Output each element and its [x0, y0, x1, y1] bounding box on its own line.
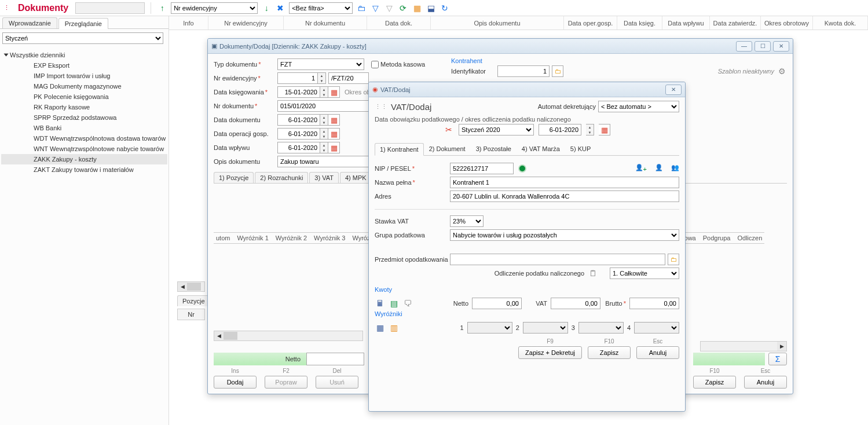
tab-dokument[interactable]: 2) Dokument [424, 142, 471, 155]
close-button[interactable]: ✕ [665, 85, 682, 95]
drag-handle-icon[interactable]: ⋮⋮ [375, 103, 387, 111]
month-select[interactable]: Styczeń [2, 32, 163, 44]
filter-combo[interactable]: <Bez filtra> [289, 2, 353, 14]
refresh-icon[interactable]: ⟳ [398, 3, 408, 13]
hscroll-left[interactable]: ◀ [177, 281, 205, 292]
folder-icon[interactable]: 🗀 [552, 65, 563, 77]
ident-input[interactable] [497, 65, 550, 77]
datadok-input[interactable] [277, 114, 320, 126]
reload-icon[interactable]: ↻ [440, 3, 450, 13]
odlicz-combo[interactable]: 1. Całkowite [610, 268, 679, 279]
col-dataz[interactable]: Data zatwierdz. [710, 16, 761, 30]
tab-kontrahent[interactable]: 1) Kontrahent [375, 143, 424, 156]
funnel-clear-icon[interactable]: ▽ [384, 3, 394, 13]
przedmiot-input[interactable] [450, 254, 665, 265]
datadok-spinner[interactable]: ▲▼ [320, 114, 328, 126]
comment-icon[interactable]: 🗨 [402, 298, 413, 309]
vat-input[interactable] [551, 298, 600, 309]
datawp-spinner[interactable]: ▲▼ [320, 142, 328, 153]
sub-hscroll-right[interactable]: ▶ [700, 341, 787, 351]
tree-item[interactable]: WB Banki [1, 123, 167, 133]
tab-rozrachunki[interactable]: 2) Rozrachunki [255, 172, 308, 183]
adres-input[interactable] [450, 190, 679, 202]
tab-vat[interactable]: 3) VAT [309, 172, 339, 183]
lower-tab-pozycje[interactable]: Pozycje [177, 295, 210, 306]
calendar-icon[interactable]: ▦ [328, 114, 340, 126]
funnel-icon[interactable]: ▽ [370, 3, 380, 13]
filter-pin-icon[interactable]: ✖ [275, 3, 285, 13]
stawka-combo[interactable]: 23% [450, 215, 484, 227]
tree-item[interactable]: EXP Eksport [1, 60, 167, 71]
popraw-button[interactable]: Popraw [265, 376, 307, 389]
download-icon[interactable]: ⬓ [426, 3, 436, 13]
col-dataks[interactable]: Data księg. [617, 16, 662, 30]
metoda-checkbox[interactable]: Metoda kasowa [371, 61, 425, 68]
anuluj-button[interactable]: Anuluj [636, 346, 679, 359]
w3-combo[interactable] [578, 322, 624, 334]
dataks-spinner[interactable]: ▲▼ [320, 86, 328, 98]
w-icon2[interactable]: ▥ [389, 323, 399, 333]
grupa-combo[interactable]: Nabycie towarów i usług pozostałych [450, 229, 679, 241]
calendar-icon[interactable]: ▦ [328, 86, 340, 98]
minimize-button[interactable]: — [736, 41, 752, 52]
tree-root[interactable]: Wszystkie dzienniki [1, 50, 167, 60]
maximize-button[interactable]: ☐ [755, 41, 771, 52]
nrdok-input[interactable] [277, 100, 370, 112]
zapisz-dekretuj-button[interactable]: Zapisz + Dekretuj [518, 346, 582, 359]
tree-item[interactable]: ZAKT Zakupy towarów i materiałów [1, 164, 167, 175]
w1-combo[interactable] [467, 322, 512, 334]
col-nrew[interactable]: Nr ewidencyjny [208, 16, 284, 30]
okres-date[interactable] [539, 124, 581, 135]
tab-vatmarza[interactable]: 4) VAT Marża [517, 142, 565, 155]
note-icon[interactable]: 🗒 [588, 268, 598, 279]
scroll-right-arrow-icon[interactable]: ▶ [777, 342, 786, 351]
col-dataop[interactable]: Data oper.gosp. [564, 16, 617, 30]
people-icon[interactable]: 👥 [671, 164, 679, 173]
calculator-icon[interactable]: 🖩 [375, 298, 385, 309]
col-nrdok[interactable]: Nr dokumentu [284, 16, 367, 30]
tab-pozostale[interactable]: 3) Pozostałe [471, 142, 517, 155]
nazwa-input[interactable] [450, 177, 679, 188]
tab-kup[interactable]: 5) KUP [565, 142, 596, 155]
scissors-icon[interactable]: ✂ [444, 124, 454, 135]
netto-input[interactable] [472, 298, 522, 309]
folder-icon[interactable]: 🗀 [356, 3, 367, 13]
sort-field-combo[interactable]: Nr ewidencyjny [171, 2, 258, 14]
anuluj-button[interactable]: Anuluj [744, 376, 787, 389]
tab-mpk[interactable]: 4) MPK [340, 172, 372, 183]
gear-icon[interactable]: ⚙ [777, 66, 787, 76]
tree-item[interactable]: SPRP Sprzedaż podstawowa [1, 112, 167, 123]
zapisz-button[interactable]: Zapisz [693, 376, 736, 389]
automat-combo[interactable]: < Bez automatu > [598, 101, 679, 112]
okres-combo[interactable]: Styczeń 2020 [459, 124, 534, 135]
grid-icon[interactable]: ▦ [412, 3, 422, 13]
sigma-button[interactable]: Σ [768, 353, 787, 365]
dlg-doc-titlebar[interactable]: ▣ Dokumenty/Dodaj [Dziennik: ZAKK Zakupy… [208, 39, 793, 54]
tree-item[interactable]: MAG Dokumenty magazynowe [1, 81, 167, 91]
dlg-vat-titlebar[interactable]: ◉ VAT/Dodaj ✕ [369, 82, 685, 97]
okres-spinner[interactable]: ▲▼ [586, 124, 594, 135]
scroll-left-arrow-icon[interactable]: ◀ [178, 282, 187, 291]
col-datawp[interactable]: Data wpływu [662, 16, 710, 30]
person-add-icon[interactable]: 👤+ [635, 164, 647, 173]
calendar-icon[interactable]: ▦ [599, 124, 610, 135]
tree-item[interactable]: PK Polecenie księgowania [1, 91, 167, 102]
scroll-thumb[interactable] [224, 332, 237, 340]
dodaj-button[interactable]: Dodaj [214, 376, 257, 389]
calendar-icon[interactable]: ▦ [328, 142, 340, 153]
person-icon[interactable]: 👤 [655, 164, 663, 173]
header-search[interactable] [75, 2, 145, 14]
lower-col-nr[interactable]: Nr [177, 309, 205, 320]
calendar-icon[interactable]: ▦ [328, 128, 340, 140]
usun-button[interactable]: Usuń [316, 376, 358, 389]
scroll-left-arrow-icon[interactable]: ◀ [214, 331, 224, 340]
tree-item[interactable]: WDT Wewnątrzwspólnotowa dostawa towarów [1, 133, 167, 144]
folder-icon[interactable]: 🗀 [668, 254, 679, 265]
col-kwota[interactable]: Kwota dok. [813, 16, 868, 30]
col-info[interactable]: Info [169, 16, 208, 30]
nrew-spinner[interactable]: ▲▼ [318, 72, 326, 84]
nip-input[interactable] [450, 163, 514, 174]
dataop-spinner[interactable]: ▲▼ [320, 128, 328, 140]
arrow-up-icon[interactable]: ↑ [157, 3, 167, 13]
zapisz-button[interactable]: Zapisz [588, 346, 631, 359]
